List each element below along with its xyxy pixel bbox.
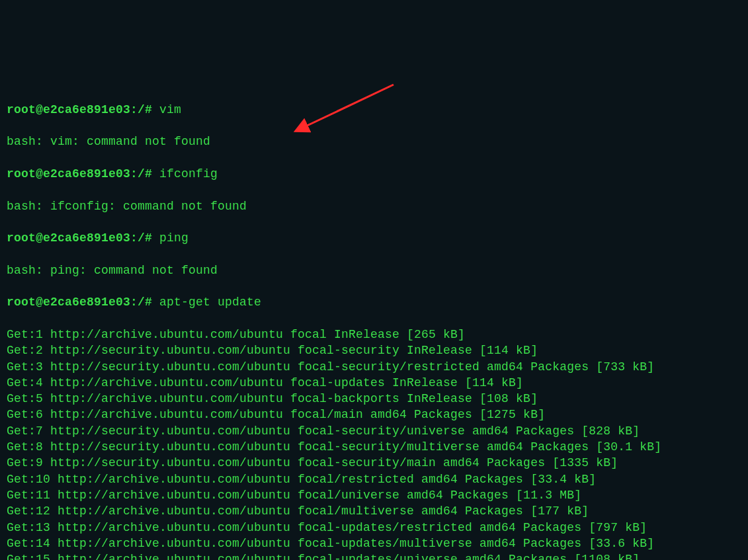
prompt: root@e2ca6e891e03:/# (7, 296, 152, 309)
apt-line: Get:12 http://archive.ubuntu.com/ubuntu … (7, 503, 741, 519)
apt-line: Get:11 http://archive.ubuntu.com/ubuntu … (7, 487, 741, 503)
apt-line: Get:7 http://security.ubuntu.com/ubuntu … (7, 423, 741, 439)
cmd-line-ping: root@e2ca6e891e03:/# ping (7, 230, 741, 246)
apt-line: Get:4 http://archive.ubuntu.com/ubuntu f… (7, 375, 741, 391)
apt-line: Get:14 http://archive.ubuntu.com/ubuntu … (7, 536, 741, 551)
command-apt-update: apt-get update (159, 296, 261, 309)
terminal[interactable]: root@e2ca6e891e03:/# vim bash: vim: comm… (7, 69, 741, 560)
command-vim: vim (159, 103, 181, 116)
error-vim: bash: vim: command not found (7, 134, 741, 149)
apt-line: Get:13 http://archive.ubuntu.com/ubuntu … (7, 520, 741, 536)
cmd-line-vim: root@e2ca6e891e03:/# vim (7, 102, 741, 118)
cmd-line-ifconfig: root@e2ca6e891e03:/# ifconfig (7, 166, 741, 182)
apt-line: Get:1 http://archive.ubuntu.com/ubuntu f… (7, 327, 741, 342)
apt-line: Get:6 http://archive.ubuntu.com/ubuntu f… (7, 407, 741, 422)
apt-line: Get:15 http://archive.ubuntu.com/ubuntu … (7, 551, 741, 560)
cmd-line-apt: root@e2ca6e891e03:/# apt-get update (7, 294, 741, 310)
apt-line: Get:5 http://archive.ubuntu.com/ubuntu f… (7, 391, 741, 407)
apt-output: Get:1 http://archive.ubuntu.com/ubuntu f… (7, 327, 741, 560)
prompt: root@e2ca6e891e03:/# (7, 103, 152, 116)
error-ifconfig: bash: ifconfig: command not found (7, 198, 741, 214)
apt-line: Get:2 http://security.ubuntu.com/ubuntu … (7, 342, 741, 358)
apt-line: Get:10 http://archive.ubuntu.com/ubuntu … (7, 471, 741, 487)
prompt: root@e2ca6e891e03:/# (7, 231, 152, 245)
command-ifconfig: ifconfig (159, 167, 218, 180)
apt-line: Get:8 http://security.ubuntu.com/ubuntu … (7, 439, 741, 455)
error-ping: bash: ping: command not found (7, 262, 741, 278)
apt-line: Get:3 http://security.ubuntu.com/ubuntu … (7, 359, 741, 375)
command-ping: ping (159, 231, 188, 245)
prompt: root@e2ca6e891e03:/# (7, 167, 152, 180)
apt-line: Get:9 http://security.ubuntu.com/ubuntu … (7, 455, 741, 471)
